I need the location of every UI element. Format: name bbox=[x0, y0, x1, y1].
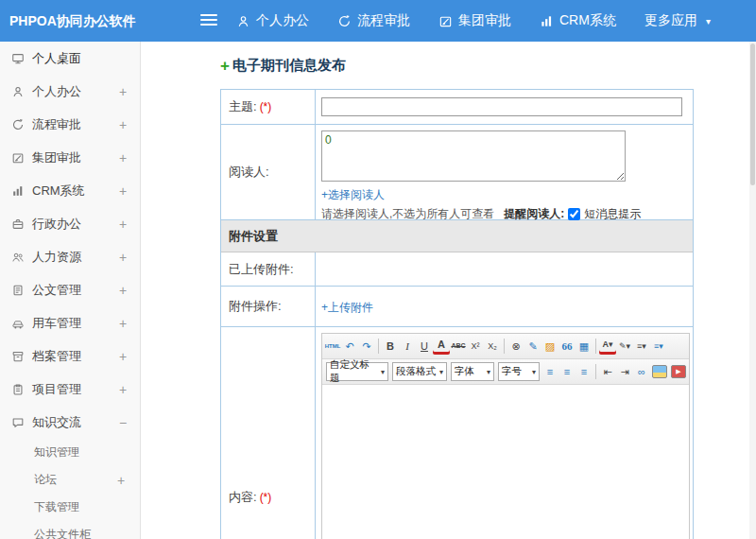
sync-icon bbox=[337, 14, 352, 28]
select-readers-link[interactable]: +选择阅读人 bbox=[321, 187, 385, 203]
fill-color-button[interactable]: ▨ bbox=[541, 338, 558, 355]
align-left-button[interactable]: ≡ bbox=[541, 363, 558, 380]
sidebar-subitem-forum[interactable]: 论坛+ bbox=[0, 466, 140, 494]
expand-icon[interactable]: + bbox=[117, 349, 129, 364]
expand-icon[interactable]: + bbox=[115, 473, 127, 488]
sidebar-subitem-knowledge-mgmt[interactable]: 知识管理 bbox=[0, 439, 140, 466]
sidebar-item-document-mgmt[interactable]: 公文管理+ bbox=[0, 273, 140, 306]
bold-button[interactable]: B bbox=[382, 338, 399, 355]
expand-icon[interactable]: + bbox=[117, 150, 129, 165]
sidebar-item-label: 档案管理 bbox=[32, 348, 110, 365]
insert-media-button[interactable]: ▶ bbox=[671, 365, 686, 378]
caret-down-icon: ▾ bbox=[532, 368, 536, 376]
source-code-button[interactable]: HTML bbox=[324, 338, 341, 355]
subject-input[interactable] bbox=[321, 97, 682, 116]
expand-icon[interactable]: + bbox=[117, 250, 129, 265]
page-title-text: 电子期刊信息发布 bbox=[232, 57, 346, 75]
collapse-icon[interactable]: − bbox=[117, 415, 129, 430]
attachment-operation-row: 附件操作: +上传附件 bbox=[221, 287, 693, 327]
font-color-button[interactable]: A bbox=[433, 338, 450, 355]
attachment-operation-label-text: 附件操作: bbox=[229, 298, 282, 315]
blockquote-button[interactable]: 66 bbox=[558, 338, 576, 355]
font-size-select[interactable]: 字号▾ bbox=[498, 362, 540, 381]
remove-format-button[interactable]: ⊗ bbox=[507, 338, 524, 355]
edit-icon bbox=[438, 14, 453, 28]
sidebar-item-group-approval[interactable]: 集团审批+ bbox=[0, 141, 140, 174]
sidebar-item-crm[interactable]: CRM系统+ bbox=[0, 174, 140, 207]
topbar-item-label: CRM系统 bbox=[559, 12, 616, 29]
expand-icon[interactable]: + bbox=[117, 183, 129, 199]
format-painter-button[interactable]: ✎ bbox=[524, 338, 541, 355]
sidebar-item-archive-mgmt[interactable]: 档案管理+ bbox=[0, 339, 140, 373]
sidebar-subitem-public-cabinet[interactable]: 公共文件柜 bbox=[0, 521, 140, 539]
paragraph-format-select[interactable]: 段落格式▾ bbox=[392, 362, 447, 381]
expand-icon[interactable]: + bbox=[117, 316, 129, 331]
sidebar-item-label: 个人办公 bbox=[32, 83, 110, 100]
sidebar-item-admin-office[interactable]: 行政办公+ bbox=[0, 207, 140, 240]
topbar: PHPOA协同办公软件 个人办公流程审批集团审批CRM系统更多应用▾ bbox=[0, 0, 756, 42]
car-icon bbox=[11, 317, 25, 330]
heading-select[interactable]: 自定义标题▾ bbox=[326, 362, 388, 381]
align-right-button[interactable]: ≡ bbox=[576, 363, 593, 380]
expand-icon[interactable]: + bbox=[117, 217, 129, 232]
superscript-button[interactable]: X² bbox=[467, 338, 484, 355]
text-color-picker-button[interactable]: A▾ bbox=[599, 338, 616, 355]
sidebar-subitem-label: 下载管理 bbox=[34, 499, 115, 515]
case-icon bbox=[11, 217, 25, 231]
topbar-item-crm[interactable]: CRM系统 bbox=[540, 12, 616, 29]
undo-button[interactable]: ↶ bbox=[341, 338, 358, 355]
readers-label: 阅读人: bbox=[221, 125, 316, 219]
menu-icon[interactable] bbox=[200, 14, 217, 27]
strikethrough-button[interactable]: ABC bbox=[450, 338, 467, 355]
upload-attachment-link[interactable]: +上传附件 bbox=[321, 300, 373, 316]
italic-button[interactable]: I bbox=[399, 338, 416, 355]
insert-link-button[interactable]: ∞ bbox=[633, 363, 650, 380]
insert-table-button[interactable]: ▦ bbox=[576, 338, 593, 355]
attachment-section: 附件设置 bbox=[221, 220, 693, 252]
insert-image-button[interactable] bbox=[652, 365, 667, 378]
sidebar-item-project-mgmt[interactable]: 项目管理+ bbox=[0, 373, 140, 406]
topbar-item-personal-office[interactable]: 个人办公 bbox=[236, 12, 309, 29]
editor-content[interactable] bbox=[322, 385, 689, 539]
page-scrollbar[interactable] bbox=[749, 42, 756, 539]
ordered-list-button[interactable]: ≡▾ bbox=[633, 338, 650, 355]
sidebar-item-knowledge[interactable]: 知识交流− bbox=[0, 406, 140, 439]
uploaded-attachments-label-text: 已上传附件: bbox=[229, 261, 294, 278]
content-label-text: 内容: bbox=[229, 489, 257, 506]
sms-checkbox[interactable] bbox=[568, 208, 580, 220]
outdent-button[interactable]: ⇤ bbox=[599, 363, 616, 380]
user-icon bbox=[236, 14, 250, 28]
readers-label-text: 阅读人: bbox=[229, 164, 269, 181]
sidebar-item-process-approval[interactable]: 流程审批+ bbox=[0, 108, 140, 141]
attachment-operation-label: 附件操作: bbox=[221, 287, 316, 326]
indent-button[interactable]: ⇥ bbox=[616, 363, 633, 380]
expand-icon[interactable]: + bbox=[117, 382, 129, 397]
chat-icon bbox=[11, 416, 25, 429]
sidebar-item-personal-office[interactable]: 个人办公+ bbox=[0, 75, 140, 108]
expand-icon[interactable]: + bbox=[117, 117, 129, 132]
readers-textarea[interactable]: 0 bbox=[321, 130, 626, 182]
sidebar-item-vehicle-mgmt[interactable]: 用车管理+ bbox=[0, 306, 140, 339]
sync-icon bbox=[11, 118, 25, 131]
font-family-select[interactable]: 字体▾ bbox=[451, 362, 494, 381]
scrollbar-thumb[interactable] bbox=[750, 43, 755, 185]
topbar-item-more-apps[interactable]: 更多应用▾ bbox=[644, 12, 711, 29]
sidebar-item-label: 知识交流 bbox=[32, 414, 110, 431]
subscript-button[interactable]: X₂ bbox=[484, 338, 501, 355]
sidebar-item-label: 个人桌面 bbox=[32, 50, 110, 67]
align-center-button[interactable]: ≡ bbox=[558, 363, 576, 380]
topbar-item-process-approval[interactable]: 流程审批 bbox=[337, 12, 410, 29]
publish-form: 主题: (*) 阅读人: 0 +选择阅读人 请选择阅读人,不选为所有人可查看 提… bbox=[220, 89, 694, 539]
redo-button[interactable]: ↷ bbox=[358, 338, 375, 355]
sidebar-item-hr[interactable]: 人力资源+ bbox=[0, 240, 140, 273]
expand-icon[interactable]: + bbox=[117, 84, 129, 99]
toolbar-separator bbox=[595, 364, 596, 379]
caret-down-icon: ▾ bbox=[487, 368, 490, 376]
sidebar-subitem-download-mgmt[interactable]: 下载管理 bbox=[0, 494, 140, 521]
unordered-list-button[interactable]: ≡▾ bbox=[650, 338, 667, 355]
highlight-color-button[interactable]: ✎▾ bbox=[616, 338, 633, 355]
underline-button[interactable]: U bbox=[416, 338, 433, 355]
topbar-item-group-approval[interactable]: 集团审批 bbox=[438, 12, 511, 29]
expand-icon[interactable]: + bbox=[117, 283, 129, 298]
sidebar-item-personal-desktop[interactable]: 个人桌面 bbox=[0, 42, 140, 75]
